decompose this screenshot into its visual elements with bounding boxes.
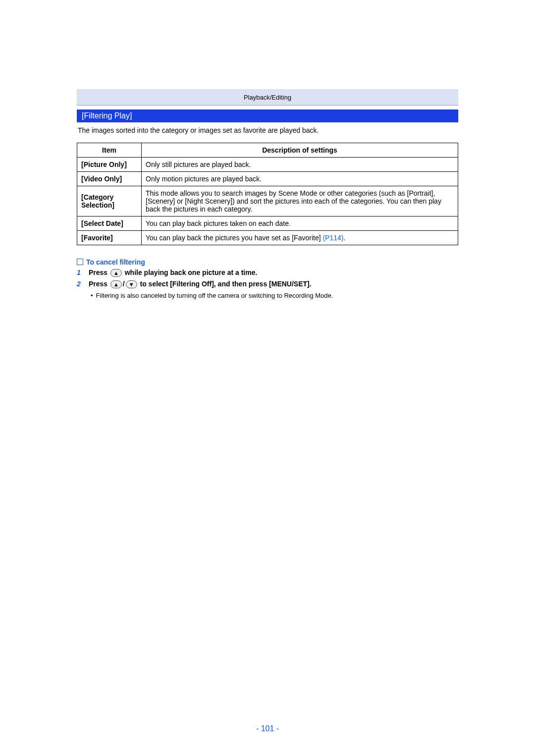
row-label: [Select Date] [77,216,142,231]
step-item: 1 Press ▲ while playing back one picture… [77,267,458,278]
row-label: [Favorite] [77,231,142,245]
step-number: 2 [77,279,87,289]
note-text: Filtering is also canceled by turning of… [91,290,458,301]
section-name: Playback/Editing [244,94,291,101]
step-text: Press ▲/▼ to select [Filtering Off], and… [89,280,312,288]
filter-options-table: Item Description of settings [Picture On… [77,143,458,245]
page-number: - 101 - [0,724,535,733]
page-title: [Filtering Play] [77,109,458,122]
cancel-heading: To cancel filtering [77,258,458,266]
table-row: [Picture Only] Only still pictures are p… [77,158,458,172]
title-text: [Filtering Play] [82,111,132,120]
row-desc: Only still pictures are played back. [142,158,458,172]
up-button-icon: ▲ [110,269,122,277]
page-ref-link[interactable]: (P114) [322,234,343,242]
row-label: [Picture Only] [77,158,142,172]
row-desc: You can play back pictures taken on each… [142,216,458,231]
col-header-item: Item [77,143,142,158]
row-desc: This mode allows you to search images by… [142,186,458,216]
table-row: [Video Only] Only motion pictures are pl… [77,172,458,186]
intro-text: The images sorted into the category or i… [77,122,458,141]
row-label: [Video Only] [77,172,142,186]
section-header: Playback/Editing [77,89,458,106]
desc-pre: You can play back the pictures you have … [146,234,322,242]
step-text-pre: Press [89,280,109,288]
desc-post: . [344,234,346,242]
row-label: [Category Selection] [77,186,142,216]
row-desc: Only motion pictures are played back. [142,172,458,186]
row-desc: You can play back the pictures you have … [142,231,458,245]
table-header-row: Item Description of settings [77,143,458,158]
table-row: [Favorite] You can play back the picture… [77,231,458,245]
col-header-desc: Description of settings [142,143,458,158]
steps-list: 1 Press ▲ while playing back one picture… [77,267,458,290]
step-number: 1 [77,268,87,278]
bullet-box-icon [77,259,83,265]
up-button-icon: ▲ [110,280,122,288]
cancel-heading-text: To cancel filtering [86,258,145,266]
down-button-icon: ▼ [126,280,137,288]
step-text-post: to select [Filtering Off], and then pres… [138,280,312,288]
step-text-mid: / [123,280,125,288]
step-text-post: while playing back one picture at a time… [123,269,258,276]
table-row: [Select Date] You can play back pictures… [77,216,458,231]
table-row: [Category Selection] This mode allows yo… [77,186,458,216]
step-item: 2 Press ▲/▼ to select [Filtering Off], a… [77,278,458,290]
step-text-pre: Press [89,269,109,276]
step-text: Press ▲ while playing back one picture a… [89,269,257,276]
